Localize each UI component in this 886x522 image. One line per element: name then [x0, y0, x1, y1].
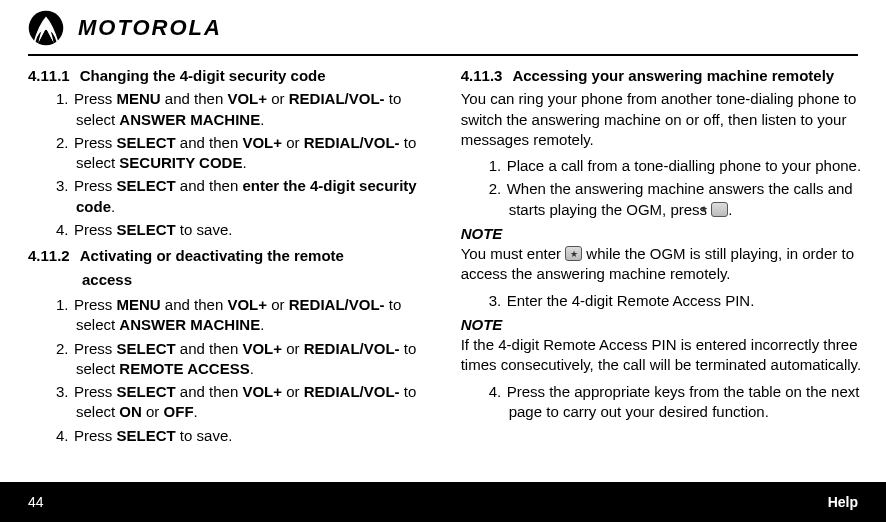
- list-item: 1.Press MENU and then VOL+ or REDIAL/VOL…: [42, 295, 435, 336]
- text: SELECT: [117, 134, 176, 151]
- heading-title: Accessing your answering machine remotel…: [512, 67, 834, 84]
- text: When the answering machine answers the c…: [507, 180, 853, 217]
- text: or: [142, 403, 164, 420]
- text: VOL+: [242, 340, 282, 357]
- text: and then: [176, 134, 243, 151]
- heading-title-line1: Activating or deactivating the remote: [80, 247, 344, 264]
- steps-4-11-3-b: 3.Enter the 4-digit Remote Access PIN.: [461, 291, 868, 311]
- list-item: 1.Place a call from a tone-dialling phon…: [475, 156, 868, 176]
- footer-title: Help: [828, 494, 858, 510]
- step-number: 4.: [56, 220, 74, 240]
- step-number: 4.: [489, 382, 507, 402]
- star-key-icon: [711, 202, 728, 217]
- step-number: 1.: [56, 89, 74, 109]
- text: and then: [161, 90, 228, 107]
- section-4-11-1-heading: 4.11.1Changing the 4-digit security code: [28, 66, 435, 86]
- text: or: [267, 296, 289, 313]
- text: or: [282, 383, 304, 400]
- star-key-icon: [565, 246, 582, 261]
- text: VOL+: [242, 383, 282, 400]
- list-item: 3.Enter the 4-digit Remote Access PIN.: [475, 291, 868, 311]
- heading-title-line2: access: [82, 268, 435, 292]
- text: ANSWER MACHINE: [119, 316, 260, 333]
- motorola-logo-icon: [28, 10, 64, 46]
- text: ANSWER MACHINE: [119, 111, 260, 128]
- step-number: 4.: [56, 426, 74, 446]
- text: .: [242, 154, 246, 171]
- text: REDIAL/VOL-: [289, 296, 385, 313]
- text: SECURITY CODE: [119, 154, 242, 171]
- list-item: 2.Press SELECT and then VOL+ or REDIAL/V…: [42, 133, 435, 174]
- text: .: [260, 111, 264, 128]
- text: .: [728, 201, 732, 218]
- heading-number: 4.11.2: [28, 244, 70, 268]
- text: ON: [119, 403, 142, 420]
- text: Press the appropriate keys from the tabl…: [507, 383, 860, 420]
- text: Press: [74, 340, 117, 357]
- note-1: NOTE You must enter while the OGM is sti…: [461, 224, 868, 285]
- text: REDIAL/VOL-: [304, 340, 400, 357]
- list-item: 3.Press SELECT and then enter the 4-digi…: [42, 176, 435, 217]
- text: SELECT: [117, 383, 176, 400]
- note-heading: NOTE: [461, 225, 503, 242]
- heading-number: 4.11.1: [28, 66, 70, 86]
- text: Press: [74, 221, 117, 238]
- text: VOL+: [242, 134, 282, 151]
- text: to save.: [176, 427, 233, 444]
- text: Press: [74, 427, 117, 444]
- text: and then: [176, 340, 243, 357]
- text: .: [111, 198, 115, 215]
- list-item: 4.Press the appropriate keys from the ta…: [475, 382, 868, 423]
- text: or: [282, 134, 304, 151]
- text: Press: [74, 383, 117, 400]
- left-column: 4.11.1Changing the 4-digit security code…: [28, 64, 435, 450]
- text: and then: [176, 177, 243, 194]
- text: You must enter: [461, 245, 566, 262]
- text: REDIAL/VOL-: [289, 90, 385, 107]
- steps-4-11-2: 1.Press MENU and then VOL+ or REDIAL/VOL…: [28, 295, 435, 446]
- text: REMOTE ACCESS: [119, 360, 249, 377]
- steps-4-11-1: 1.Press MENU and then VOL+ or REDIAL/VOL…: [28, 89, 435, 240]
- steps-4-11-3-a: 1.Place a call from a tone-dialling phon…: [461, 156, 868, 220]
- text: Press: [74, 177, 117, 194]
- list-item: 2.Press SELECT and then VOL+ or REDIAL/V…: [42, 339, 435, 380]
- list-item: 2.When the answering machine answers the…: [475, 179, 868, 220]
- footer: 44 Help: [0, 482, 886, 522]
- right-column: 4.11.3Accessing your answering machine r…: [461, 64, 868, 450]
- text: or: [267, 90, 289, 107]
- step-number: 2.: [56, 133, 74, 153]
- text: VOL+: [227, 296, 267, 313]
- page-body: MOTOROLA 4.11.1Changing the 4-digit secu…: [0, 0, 886, 482]
- step-number: 1.: [489, 156, 507, 176]
- text: .: [260, 316, 264, 333]
- brand-text: MOTOROLA: [78, 15, 222, 41]
- step-number: 1.: [56, 295, 74, 315]
- intro-paragraph: You can ring your phone from another ton…: [461, 89, 868, 150]
- text: Press: [74, 134, 117, 151]
- text: and then: [161, 296, 228, 313]
- text: MENU: [117, 90, 161, 107]
- list-item: 4.Press SELECT to save.: [42, 220, 435, 240]
- list-item: 1.Press MENU and then VOL+ or REDIAL/VOL…: [42, 89, 435, 130]
- text: REDIAL/VOL-: [304, 383, 400, 400]
- step-number: 2.: [489, 179, 507, 199]
- text: Press: [74, 90, 117, 107]
- text: SELECT: [117, 340, 176, 357]
- step-number: 3.: [489, 291, 507, 311]
- section-4-11-2-heading: 4.11.2Activating or deactivating the rem…: [28, 244, 435, 292]
- list-item: 3.Press SELECT and then VOL+ or REDIAL/V…: [42, 382, 435, 423]
- note-2: NOTE If the 4-digit Remote Access PIN is…: [461, 315, 868, 376]
- text: Enter the 4-digit Remote Access PIN.: [507, 292, 755, 309]
- text: OFF: [164, 403, 194, 420]
- heading-number: 4.11.3: [461, 66, 503, 86]
- text: and then: [176, 383, 243, 400]
- text: VOL+: [227, 90, 267, 107]
- text: SELECT: [117, 221, 176, 238]
- text: .: [194, 403, 198, 420]
- text: Press: [74, 296, 117, 313]
- text: SELECT: [117, 177, 176, 194]
- step-number: 2.: [56, 339, 74, 359]
- text: Place a call from a tone-dialling phone …: [507, 157, 861, 174]
- text: SELECT: [117, 427, 176, 444]
- text: MENU: [117, 296, 161, 313]
